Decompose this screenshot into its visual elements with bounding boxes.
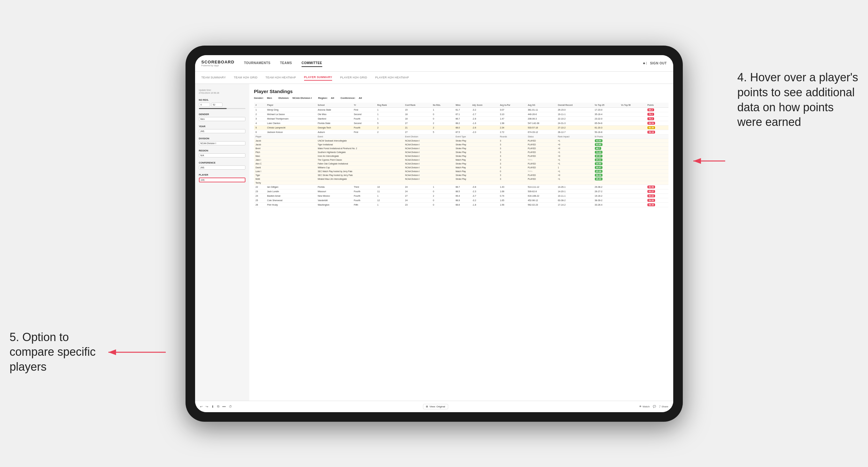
eye-icon: 👁 bbox=[639, 405, 642, 408]
col-conf-rank: Conf Rank bbox=[404, 103, 431, 108]
table-row: 23 Jack Lundin Missouri Fourth 11 24 0 8… bbox=[254, 189, 669, 193]
comment-icon: 💬 bbox=[653, 405, 656, 408]
col-vs-top25: Vs Top 25 bbox=[593, 103, 620, 108]
year-label: Year bbox=[199, 125, 245, 128]
player-select[interactable]: (All) bbox=[199, 178, 245, 182]
logo-title: SCOREBOARD bbox=[202, 60, 235, 64]
col-player: Player bbox=[266, 103, 316, 108]
col-avg-to-par: Avg to-Par bbox=[498, 103, 526, 108]
expanded-detail-row: Techy bbox=[254, 181, 669, 185]
no-rds-label: No Rds. bbox=[199, 98, 245, 101]
nav-items: TOURNAMENTS TEAMS COMMITTEE bbox=[244, 60, 643, 67]
gender-select[interactable]: Men bbox=[199, 117, 245, 121]
region-select[interactable]: N/A bbox=[199, 153, 245, 157]
table-header-row: # Player School Yr Reg Rank Conf Rank No… bbox=[254, 103, 669, 108]
arrow-right bbox=[690, 151, 728, 170]
division-select[interactable]: NCAA Division I bbox=[199, 141, 245, 145]
nav-separator: ◆ | bbox=[643, 62, 647, 65]
nav-right: ◆ | Sign out bbox=[643, 60, 666, 67]
page-title: Player Standings bbox=[254, 89, 669, 94]
conference-select[interactable]: (All) bbox=[199, 165, 245, 169]
no-rds-min-input[interactable] bbox=[199, 103, 210, 107]
col-adj-score: Adj. Score bbox=[471, 103, 499, 108]
toolbar-right: 👁 Watch 💬 ⤴ Share bbox=[639, 405, 669, 408]
expanded-detail-row: Motti Mirabel Maui Jim Intercollegiate N… bbox=[254, 177, 669, 181]
subnav-player-h2h-grid[interactable]: PLAYER H2H GRID bbox=[340, 74, 367, 80]
gender-pill: Gender: Men bbox=[254, 97, 272, 99]
table-row: 3 Michael Thorbjornsen Stanford Fourth 1… bbox=[254, 116, 669, 121]
expanded-detail-row: Jacob Tiger Invitational NCAA Division I… bbox=[254, 143, 669, 146]
nav-teams[interactable]: TEAMS bbox=[280, 60, 292, 67]
view-original-button[interactable]: ⊞ View: Original bbox=[423, 404, 448, 409]
outer-wrapper: SCOREBOARD Powered by clippi TOURNAMENTS… bbox=[0, 0, 868, 467]
col-avg-sg: Avg SG bbox=[526, 103, 556, 108]
conference-filter: Conference (All) bbox=[199, 161, 245, 169]
division-pill: Division: NCAA Division I bbox=[278, 97, 312, 99]
annotation-right: 4. Hover over a player's points to see a… bbox=[737, 70, 859, 130]
col-overall: Overall Record bbox=[556, 103, 593, 108]
expanded-row-header: Player Event Event Division Event Type R… bbox=[254, 134, 669, 139]
expanded-detail-row: Luke I SEC Match Play hosted by Jerry Pa… bbox=[254, 169, 669, 173]
subnav-player-h2h-heatmap[interactable]: PLAYER H2H HEATMAP bbox=[375, 74, 409, 80]
expanded-detail-row: Tiger SEC Stroke Play hosted by Jerry Pa… bbox=[254, 173, 669, 177]
expanded-detail-row: David Williams Cup NCAA Division I Match… bbox=[254, 165, 669, 169]
col-wins: Wins bbox=[454, 103, 470, 108]
subnav-player-summary[interactable]: PLAYER SUMMARY bbox=[304, 74, 333, 81]
copy-icon[interactable]: ⧉ bbox=[217, 405, 219, 408]
table-row-highlighted: 5 Christo Lamprecht Georgia Tech Fourth … bbox=[254, 125, 669, 130]
subnav-team-h2h-heatmap[interactable]: TEAM H2H HEATMAP bbox=[266, 74, 296, 80]
sign-out-link[interactable]: Sign out bbox=[650, 60, 666, 67]
no-rds-max-input[interactable] bbox=[211, 103, 222, 107]
table-row: 1 Wenyi Ding Arizona State First 1 15 1 … bbox=[254, 107, 669, 112]
conference-pill: Conference: All bbox=[340, 97, 362, 99]
nav-committee[interactable]: COMMITTEE bbox=[302, 60, 322, 67]
player-standings-table: # Player School Yr Reg Rank Conf Rank No… bbox=[254, 103, 669, 207]
tablet-frame: SCOREBOARD Powered by clippi TOURNAMENTS… bbox=[186, 45, 683, 422]
view-icon: ⊞ bbox=[426, 405, 428, 408]
table-row: 25 Cole Sherwood Vanderbilt Fourth 12 24… bbox=[254, 198, 669, 203]
no-rds-slider[interactable] bbox=[199, 108, 245, 109]
region-label: Region bbox=[199, 149, 245, 152]
clock-icon[interactable]: ⏱ bbox=[229, 405, 232, 408]
slider-fill bbox=[199, 108, 227, 109]
main-content: Update time: 27/01/2024 16:56:26 No Rds. bbox=[195, 84, 673, 401]
gender-filter: Gender Men bbox=[199, 113, 245, 121]
table-row: 4 Luke Clanton Florida State Second 5 27… bbox=[254, 121, 669, 125]
tablet-screen: SCOREBOARD Powered by clippi TOURNAMENTS… bbox=[195, 55, 673, 412]
table-row: 24 Bastien Amat New Mexico Fourth 1 27 2… bbox=[254, 193, 669, 198]
more-icon[interactable]: ••• bbox=[222, 405, 226, 408]
col-school: School bbox=[316, 103, 352, 108]
toolbar-center: ⊞ View: Original bbox=[423, 404, 448, 409]
watch-button[interactable]: 👁 Watch bbox=[639, 405, 650, 408]
region-filter: Region N/A bbox=[199, 149, 245, 157]
download-icon[interactable]: ⬇ bbox=[211, 405, 214, 408]
share-button[interactable]: ⤴ Share bbox=[659, 405, 668, 408]
year-select[interactable]: (All) bbox=[199, 129, 245, 133]
subnav-team-summary[interactable]: TEAM SUMMARY bbox=[202, 74, 226, 80]
undo-icon[interactable]: ↩ bbox=[200, 405, 203, 408]
table-row: 6 Jackson Koivun Auburn First 2 27 5 87.… bbox=[254, 130, 669, 134]
year-filter: Year (All) bbox=[199, 125, 245, 133]
subnav-team-h2h-grid[interactable]: TEAM H2H GRID bbox=[234, 74, 257, 80]
table-row: 2 Michael La Sasso Ole Miss Second 1 18 … bbox=[254, 112, 669, 116]
no-rds-filter: No Rds. bbox=[199, 98, 245, 109]
share-icon: ⤴ bbox=[659, 405, 660, 408]
table-row: 26 Petr Hruby Washington Fifth 1 23 0 68… bbox=[254, 203, 669, 207]
division-label: Division bbox=[199, 137, 245, 140]
expanded-detail-row: Marc Inner An Intercollegiate NCAA Divis… bbox=[254, 154, 669, 158]
toolbar-left: ↩ ↪ ⬇ ⧉ ••• ⏱ bbox=[200, 405, 232, 408]
filters-bar: Gender: Men Division: NCAA Division I Re… bbox=[254, 97, 669, 99]
col-no-rds: No Rds. bbox=[431, 103, 454, 108]
left-panel: Update time: 27/01/2024 16:56:26 No Rds. bbox=[195, 84, 249, 401]
logo-area: SCOREBOARD Powered by clippi bbox=[202, 60, 235, 67]
update-time: Update time: 27/01/2024 16:56:26 bbox=[199, 89, 245, 95]
conference-label: Conference bbox=[199, 161, 245, 164]
redo-icon[interactable]: ↪ bbox=[206, 405, 208, 408]
arrow-left bbox=[105, 344, 169, 360]
comment-button[interactable]: 💬 bbox=[653, 405, 656, 408]
expanded-detail-row: Jacob UNCW Seahawk Intercollegiate NCAA … bbox=[254, 139, 669, 143]
player-filter: Player (All) bbox=[199, 174, 245, 182]
nav-tournaments[interactable]: TOURNAMENTS bbox=[244, 60, 270, 67]
annotation-left: 5. Option to compare specific players bbox=[9, 330, 112, 375]
col-points: Points bbox=[646, 103, 669, 108]
